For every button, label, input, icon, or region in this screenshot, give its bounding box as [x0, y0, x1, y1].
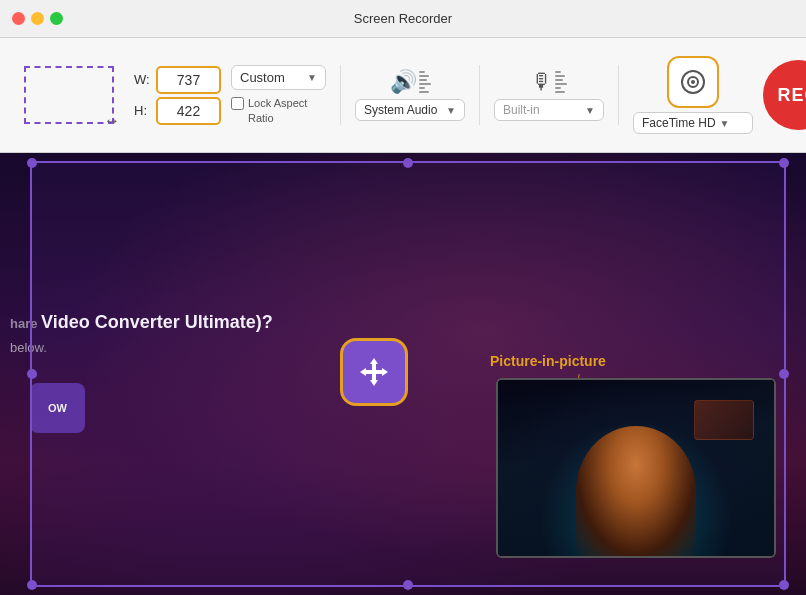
divider-1 — [340, 65, 341, 125]
builtin-dropdown[interactable]: Built-in ▼ — [494, 99, 604, 121]
pip-content — [498, 380, 774, 556]
width-row: W: — [134, 66, 221, 94]
mic-bars — [555, 71, 567, 93]
pip-background-item — [694, 400, 754, 440]
bg-sub-label: below. — [10, 340, 47, 355]
camera-section: FaceTime HD ▼ — [633, 56, 753, 134]
facetime-label: FaceTime HD — [642, 116, 716, 130]
custom-section: Custom ▼ Lock Aspect Ratio — [231, 65, 326, 125]
lock-aspect-checkbox[interactable] — [231, 97, 244, 110]
pip-label: Picture-in-picture — [490, 353, 606, 369]
mbar-5 — [555, 87, 561, 89]
title-bar: Screen Recorder — [0, 0, 806, 38]
minimize-button[interactable] — [31, 12, 44, 25]
facetime-arrow: ▼ — [720, 118, 730, 129]
pip-window[interactable] — [496, 378, 776, 558]
mbar-1 — [555, 71, 561, 73]
bar-5 — [419, 87, 425, 89]
toolbar: ↔ W: H: Custom ▼ Lock Aspect Ratio — [0, 38, 806, 153]
camera-icon — [679, 68, 707, 96]
selection-preview: ↔ — [14, 58, 124, 133]
background-text-sub: below. — [10, 338, 47, 356]
close-button[interactable] — [12, 12, 25, 25]
divider-3 — [618, 65, 619, 125]
left-purple-button[interactable]: OW — [30, 383, 85, 433]
mic-icon: 🎙 — [531, 69, 553, 95]
height-row: H: — [134, 97, 221, 125]
width-input[interactable] — [156, 66, 221, 94]
move-button[interactable] — [340, 338, 408, 406]
bg-text-label: hare — [10, 316, 41, 331]
builtin-arrow: ▼ — [585, 105, 595, 116]
custom-dropdown-arrow: ▼ — [307, 72, 317, 83]
bar-2 — [419, 75, 429, 77]
system-audio-arrow: ▼ — [446, 105, 456, 116]
divider-2 — [479, 65, 480, 125]
svg-point-2 — [691, 80, 695, 84]
speaker-icon: 🔊 — [390, 69, 417, 95]
mbar-4 — [555, 83, 567, 85]
custom-dropdown[interactable]: Custom ▼ — [231, 65, 326, 90]
mic-icon-row: 🎙 — [531, 69, 567, 95]
mbar-2 — [555, 75, 565, 77]
bar-3 — [419, 79, 427, 81]
microphone-section: 🎙 Built-in ▼ — [494, 69, 604, 121]
height-label: H: — [134, 103, 152, 118]
system-audio-section: 🔊 System Audio ▼ — [355, 69, 465, 121]
svg-rect-9 — [365, 370, 383, 374]
background-text-main: hare Video Converter Ultimate)? — [10, 308, 273, 334]
facetime-dropdown[interactable]: FaceTime HD ▼ — [633, 112, 753, 134]
move-cursor-icon: ↔ — [104, 112, 120, 130]
pip-person-silhouette — [576, 426, 696, 556]
system-audio-dropdown[interactable]: System Audio ▼ — [355, 99, 465, 121]
audio-bars — [419, 71, 431, 93]
move-arrows-icon — [358, 356, 390, 388]
traffic-lights — [12, 12, 63, 25]
camera-button[interactable] — [667, 56, 719, 108]
bar-4 — [419, 83, 431, 85]
bg-video-text: Video Converter Ultimate)? — [41, 312, 273, 332]
custom-dropdown-label: Custom — [240, 70, 285, 85]
main-content: hare Video Converter Ultimate)? below. O… — [0, 153, 806, 595]
lock-aspect-label[interactable]: Lock Aspect Ratio — [231, 96, 326, 125]
rec-button[interactable]: REC — [763, 60, 806, 130]
background-photo: hare Video Converter Ultimate)? below. O… — [0, 153, 806, 595]
builtin-label: Built-in — [503, 103, 540, 117]
dashed-selection-box: ↔ — [24, 66, 114, 124]
height-input[interactable] — [156, 97, 221, 125]
mbar-3 — [555, 79, 563, 81]
width-label: W: — [134, 72, 152, 87]
mbar-6 — [555, 91, 565, 93]
system-audio-label: System Audio — [364, 103, 437, 117]
window-title: Screen Recorder — [354, 11, 452, 26]
maximize-button[interactable] — [50, 12, 63, 25]
bar-6 — [419, 91, 429, 93]
speaker-icon-row: 🔊 — [390, 69, 431, 95]
dimension-inputs-section: W: H: — [134, 66, 221, 125]
bar-1 — [419, 71, 425, 73]
